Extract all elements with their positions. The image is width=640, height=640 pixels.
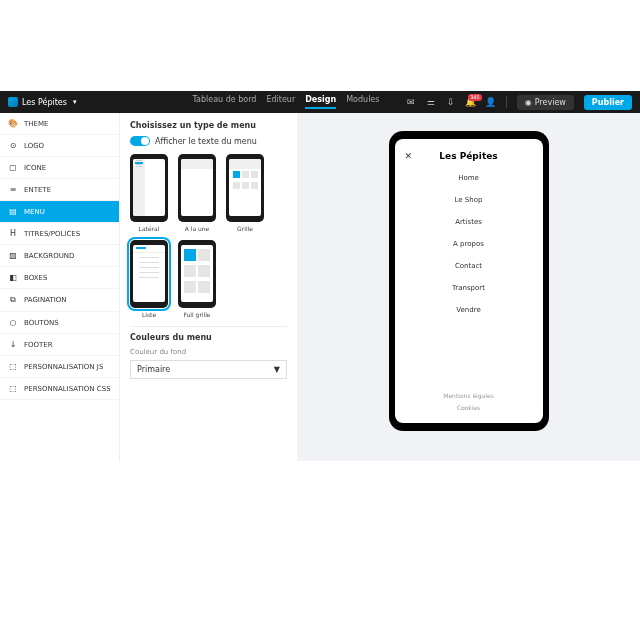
- publish-button[interactable]: Publier: [584, 95, 632, 110]
- sidebar-item-titres[interactable]: HTITRES/POLICES: [0, 223, 119, 245]
- menu-item[interactable]: Vendre: [456, 303, 480, 317]
- toggle-label: Afficher le texte du menu: [155, 137, 257, 146]
- show-text-toggle[interactable]: [130, 136, 150, 146]
- footer-icon: ↓: [8, 340, 18, 349]
- sidebar: 🎨THEME ⊙LOGO ▢ICONE ≡ENTETE ▤MENU HTITRE…: [0, 113, 120, 461]
- colors-title: Couleurs du menu: [130, 333, 287, 342]
- top-nav: Tableau de bord Editeur Design Modules: [192, 95, 379, 109]
- menu-option-lateral[interactable]: Latéral: [130, 154, 168, 232]
- sliders-icon[interactable]: ⚌: [426, 97, 436, 107]
- nav-modules[interactable]: Modules: [346, 95, 379, 109]
- nav-editor[interactable]: Editeur: [266, 95, 295, 109]
- bell-badge: 345: [468, 94, 482, 101]
- menu-item[interactable]: Le Shop: [455, 193, 483, 207]
- footer-link[interactable]: Mentions légales: [443, 392, 494, 399]
- footer-link[interactable]: Cookies: [457, 404, 481, 411]
- nav-design[interactable]: Design: [305, 95, 336, 109]
- nav-dashboard[interactable]: Tableau de bord: [192, 95, 256, 109]
- menu-option-liste[interactable]: Liste: [130, 240, 168, 318]
- bg-color-label: Couleur du fond: [130, 348, 287, 356]
- boutons-icon: ○: [8, 318, 18, 327]
- menu-icon: ▤: [8, 207, 18, 216]
- css-icon: ⬚: [8, 384, 18, 393]
- background-icon: ▨: [8, 251, 18, 260]
- preview-title: Les Pépites: [439, 151, 497, 161]
- menu-item[interactable]: A propos: [453, 237, 484, 251]
- menu-option-grille[interactable]: Grille: [226, 154, 264, 232]
- theme-icon: 🎨: [8, 119, 18, 128]
- chevron-down-icon: ▾: [73, 98, 77, 106]
- menu-item[interactable]: Artistes: [455, 215, 482, 229]
- section-title: Choisissez un type de menu: [130, 121, 287, 130]
- content-panel: Choisissez un type de menu Afficher le t…: [120, 113, 297, 461]
- device-preview: ✕ Les Pépites Home Le Shop Artistes A pr…: [297, 113, 640, 461]
- user-icon[interactable]: 👤: [486, 97, 496, 107]
- menu-option-fullgrille[interactable]: Full grille: [178, 240, 216, 318]
- sidebar-item-logo[interactable]: ⊙LOGO: [0, 135, 119, 157]
- device-frame: ✕ Les Pépites Home Le Shop Artistes A pr…: [389, 131, 549, 431]
- sidebar-item-theme[interactable]: 🎨THEME: [0, 113, 119, 135]
- mail-icon[interactable]: ✉: [406, 97, 416, 107]
- js-icon: ⬚: [8, 362, 18, 371]
- brand-name: Les Pépites: [22, 98, 67, 107]
- sidebar-item-pagination[interactable]: ⧉PAGINATION: [0, 289, 119, 312]
- sidebar-item-icone[interactable]: ▢ICONE: [0, 157, 119, 179]
- brand-icon: [8, 97, 18, 107]
- menu-item[interactable]: Contact: [455, 259, 482, 273]
- sidebar-item-entete[interactable]: ≡ENTETE: [0, 179, 119, 201]
- entete-icon: ≡: [8, 185, 18, 194]
- brand-dropdown[interactable]: Les Pépites ▾: [8, 97, 76, 107]
- icone-icon: ▢: [8, 163, 18, 172]
- menu-item[interactable]: Home: [458, 171, 479, 185]
- sidebar-item-boxes[interactable]: ◧BOXES: [0, 267, 119, 289]
- boxes-icon: ◧: [8, 273, 18, 282]
- chevron-down-icon: ▼: [274, 365, 280, 374]
- sidebar-item-background[interactable]: ▨BACKGROUND: [0, 245, 119, 267]
- bg-color-select[interactable]: Primaire▼: [130, 360, 287, 379]
- pagination-icon: ⧉: [8, 295, 18, 305]
- download-icon[interactable]: ⇩: [446, 97, 456, 107]
- separator: [506, 96, 507, 108]
- preview-button[interactable]: ◉Preview: [517, 95, 574, 110]
- logo-icon: ⊙: [8, 141, 18, 150]
- preview-menu-list: Home Le Shop Artistes A propos Contact T…: [403, 171, 535, 317]
- menu-option-une[interactable]: A la une: [178, 154, 216, 232]
- close-icon[interactable]: ✕: [405, 151, 413, 161]
- menu-item[interactable]: Transport: [452, 281, 485, 295]
- sidebar-item-menu[interactable]: ▤MENU: [0, 201, 119, 223]
- sidebar-item-js[interactable]: ⬚PERSONNALISATION JS: [0, 356, 119, 378]
- sidebar-item-css[interactable]: ⬚PERSONNALISATION CSS: [0, 378, 119, 400]
- sidebar-item-footer[interactable]: ↓FOOTER: [0, 334, 119, 356]
- eye-icon: ◉: [525, 98, 532, 107]
- titres-icon: H: [8, 229, 18, 238]
- sidebar-item-boutons[interactable]: ○BOUTONS: [0, 312, 119, 334]
- topbar: Les Pépites ▾ Tableau de bord Editeur De…: [0, 91, 640, 113]
- bell-icon[interactable]: 🔔345: [466, 97, 476, 107]
